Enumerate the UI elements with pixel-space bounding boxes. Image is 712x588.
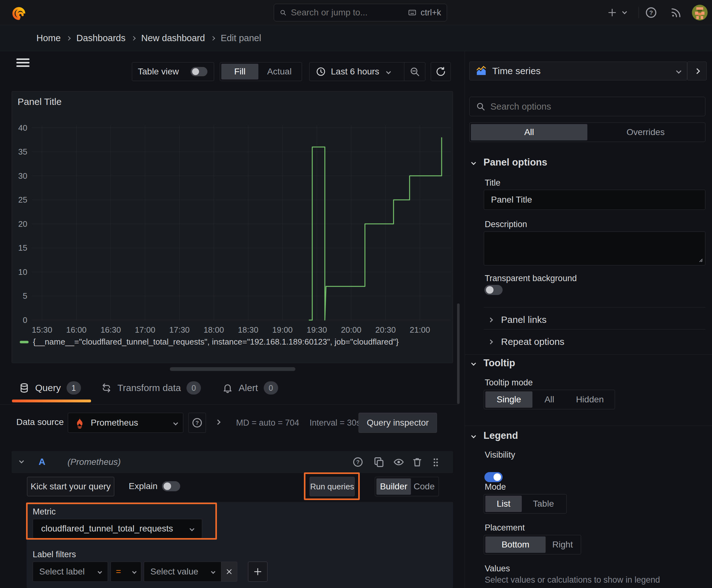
- label-filters-label: Label filters: [33, 550, 76, 560]
- svg-text:?: ?: [649, 9, 653, 16]
- menu-toggle-icon[interactable]: [16, 58, 29, 67]
- run-queries-button[interactable]: Run queries: [309, 477, 355, 496]
- breadcrumb-new-dashboard[interactable]: New dashboard: [141, 33, 205, 43]
- repeat-options-section[interactable]: Repeat options: [489, 333, 564, 351]
- chart-legend-label: {__name__="cloudflared_tunnel_total_requ…: [33, 337, 399, 347]
- tab-alert[interactable]: Alert 0: [222, 381, 278, 395]
- legend-mode-switch: List Table: [484, 494, 567, 513]
- panel-options-header[interactable]: Panel options: [472, 157, 547, 168]
- repeat-options-chevron-icon: [488, 339, 493, 344]
- select-label-chevron-icon: [98, 569, 102, 574]
- zoom-out-button[interactable]: [404, 63, 425, 81]
- query-options-expand-icon[interactable]: [215, 420, 221, 425]
- search-icon: [280, 8, 286, 17]
- query-inspector-button[interactable]: Query inspector: [359, 413, 437, 433]
- collapse-options-button[interactable]: [687, 62, 707, 80]
- collapse-options-chevron-icon: [694, 68, 700, 74]
- time-range-chevron-icon: [386, 69, 391, 74]
- svg-text:16:00: 16:00: [66, 325, 87, 335]
- select-label-dropdown[interactable]: Select label: [33, 562, 108, 582]
- breadcrumb-bar: Home Dashboards New dashboard Edit panel…: [0, 25, 712, 51]
- transform-icon: [101, 383, 112, 393]
- drag-handle-grip-icon[interactable]: [430, 457, 441, 468]
- query-ref-id[interactable]: A: [39, 456, 45, 467]
- code-option[interactable]: Code: [411, 478, 437, 495]
- help-icon[interactable]: ?: [645, 6, 657, 19]
- table-view-toggle[interactable]: [191, 67, 207, 76]
- legend-header[interactable]: Legend: [472, 430, 518, 441]
- global-search-box[interactable]: ctrl+k: [274, 4, 447, 21]
- panel-description-textarea[interactable]: [484, 231, 706, 266]
- delete-query-trash-icon[interactable]: [412, 456, 423, 468]
- tab-all[interactable]: All: [471, 124, 587, 141]
- explain-toggle[interactable]: [162, 481, 180, 491]
- visualization-picker[interactable]: Time series: [469, 62, 687, 80]
- tooltip-mode-single[interactable]: Single: [486, 391, 533, 408]
- datasource-picker[interactable]: Prometheus: [68, 413, 184, 433]
- time-range-picker[interactable]: Last 6 hours: [309, 63, 404, 81]
- legend-mode-list[interactable]: List: [486, 496, 522, 512]
- legend-title: Legend: [483, 430, 518, 441]
- legend-placement-right[interactable]: Right: [546, 537, 580, 553]
- tooltip-mode-all[interactable]: All: [533, 391, 566, 408]
- panel-title-input[interactable]: [484, 190, 706, 210]
- clock-icon: [316, 67, 326, 77]
- transparent-bg-toggle[interactable]: [484, 285, 503, 295]
- section-divider: [465, 354, 712, 355]
- tab-query[interactable]: Query 1: [19, 381, 81, 395]
- tab-overrides[interactable]: Overrides: [587, 124, 704, 141]
- datasource-name: Prometheus: [91, 418, 169, 428]
- query-row-header[interactable]: A (Prometheus) ?: [12, 451, 453, 473]
- svg-text:20:30: 20:30: [375, 325, 396, 335]
- tab-transform-label: Transform data: [117, 383, 181, 393]
- options-search-input[interactable]: [490, 102, 699, 112]
- visualization-name: Time series: [492, 66, 671, 76]
- panel-links-label: Panel links: [501, 314, 546, 325]
- global-search-input[interactable]: [291, 7, 404, 18]
- query-collapse-icon[interactable]: [19, 459, 24, 464]
- legend-placement-switch: Bottom Right: [484, 535, 581, 554]
- grafana-logo-icon[interactable]: [11, 4, 27, 21]
- breadcrumb-home[interactable]: Home: [37, 33, 61, 43]
- panel-resize-handle[interactable]: [170, 367, 296, 371]
- svg-text:?: ?: [356, 459, 360, 465]
- legend-placement-bottom[interactable]: Bottom: [486, 537, 546, 553]
- add-new-chevron-icon[interactable]: [622, 9, 627, 15]
- transparent-bg-label: Transparent background: [485, 274, 577, 283]
- actual-option[interactable]: Actual: [258, 64, 300, 80]
- duplicate-query-icon[interactable]: [373, 456, 385, 468]
- panel-links-section[interactable]: Panel links: [489, 311, 546, 329]
- query-help-icon[interactable]: ?: [352, 456, 364, 468]
- tab-query-label: Query: [35, 383, 61, 393]
- kick-start-query-button[interactable]: Kick start your query: [27, 477, 114, 496]
- close-icon: [225, 568, 233, 576]
- fill-option[interactable]: Fill: [221, 64, 258, 80]
- add-new-icon[interactable]: [607, 7, 617, 18]
- legend-visibility-toggle[interactable]: [484, 472, 503, 482]
- user-avatar[interactable]: [692, 5, 708, 20]
- builder-option[interactable]: Builder: [376, 478, 411, 495]
- news-rss-icon[interactable]: [670, 6, 683, 19]
- remove-filter-button[interactable]: [221, 562, 237, 582]
- tab-transform-data[interactable]: Transform data 0: [101, 381, 201, 395]
- time-series-viz-icon: [476, 66, 487, 76]
- add-filter-button[interactable]: [248, 562, 267, 582]
- refresh-button[interactable]: [431, 62, 451, 81]
- operator-chevron-icon: [132, 569, 136, 574]
- panel-options-title: Panel options: [483, 157, 547, 168]
- legend-mode-table[interactable]: Table: [522, 496, 565, 512]
- options-search-box[interactable]: [469, 97, 706, 116]
- datasource-help-button[interactable]: ?: [188, 413, 206, 433]
- tooltip-mode-hidden[interactable]: Hidden: [566, 391, 613, 408]
- tooltip-chevron-icon: [471, 361, 476, 365]
- svg-text:15: 15: [18, 243, 27, 253]
- operator-dropdown[interactable]: =: [110, 562, 141, 582]
- tab-query-badge: 1: [67, 381, 81, 395]
- tooltip-header[interactable]: Tooltip: [472, 357, 515, 369]
- hide-query-eye-icon[interactable]: [393, 456, 405, 468]
- chart-legend-swatch: [20, 341, 28, 343]
- textarea-resize-icon[interactable]: [696, 255, 704, 263]
- breadcrumb-dashboards[interactable]: Dashboards: [76, 33, 125, 43]
- chart-legend-item[interactable]: {__name__="cloudflared_tunnel_total_requ…: [20, 337, 399, 347]
- select-value-dropdown[interactable]: Select value: [144, 562, 221, 582]
